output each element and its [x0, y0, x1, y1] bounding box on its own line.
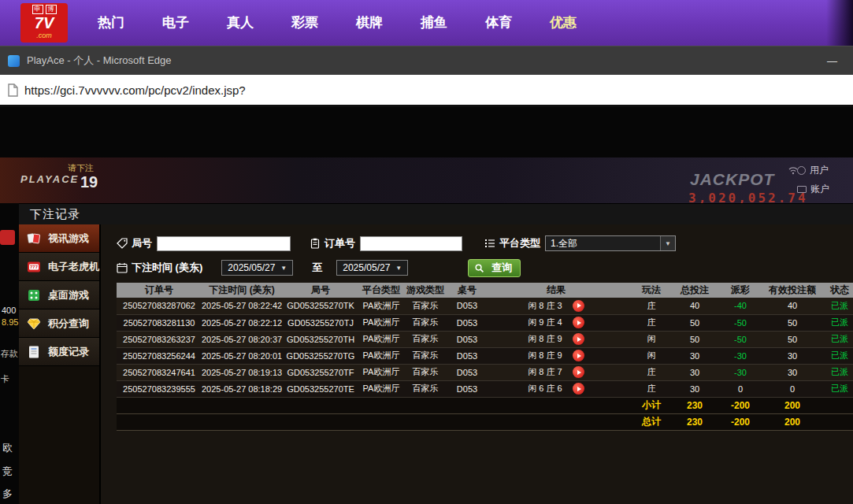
- sidebar-item-label: 桌面游戏: [48, 288, 89, 302]
- search-button[interactable]: 查询: [468, 259, 521, 277]
- cell-status: 已派: [816, 298, 853, 314]
- cell-order: 250527083287062: [117, 298, 202, 314]
- grand-total-valid: 200: [769, 413, 816, 430]
- cell-payout: -30: [712, 364, 769, 380]
- account-menu-item[interactable]: 账户: [797, 183, 829, 196]
- nav-item-promo[interactable]: 优惠: [531, 0, 595, 46]
- play-icon: [577, 370, 581, 375]
- grand-total-row: 总计 230 -200 200: [117, 413, 853, 430]
- result-text: 闲 8 庄 7: [528, 366, 562, 378]
- order-input[interactable]: [360, 236, 462, 251]
- bet-prompt-label: 请下注: [68, 162, 94, 174]
- edge-fragment-deposit: 存款: [1, 348, 18, 360]
- replay-button[interactable]: [573, 317, 584, 328]
- column-header-status: 状态: [816, 283, 853, 298]
- sidebar-item-label: 视讯游戏: [48, 232, 89, 246]
- date-from-picker[interactable]: 2025/05/27 ▼: [221, 260, 293, 276]
- cell-status: 已派: [816, 380, 853, 397]
- result-text: 闲 8 庄 9: [528, 350, 562, 361]
- cell-order: 250527083239555: [117, 380, 202, 397]
- cards-icon: [26, 231, 42, 246]
- clipboard-icon: [310, 238, 321, 249]
- page-icon: [7, 83, 19, 97]
- cell-table: D053: [447, 314, 487, 331]
- nav-item-board[interactable]: 棋牌: [337, 0, 402, 46]
- cell-result: 闲 6 庄 6: [487, 380, 625, 397]
- nav-item-electronic[interactable]: 电子: [143, 0, 208, 46]
- cell-valid: 30: [769, 364, 816, 380]
- lobby-video-strip: PLAYACE 请下注 19 JACKPOT 3,020,052.74 用户 账…: [0, 158, 853, 203]
- records-sidebar: 视讯游戏 777 电子老虎机 桌面游戏: [19, 224, 101, 504]
- sidebar-item-credit-records[interactable]: 额度记录: [19, 338, 99, 366]
- cell-table: D053: [447, 347, 487, 364]
- column-header-order: 订单号: [117, 283, 202, 298]
- edge-fragment-card: 卡: [1, 373, 9, 385]
- cell-total: 30: [677, 347, 712, 364]
- replay-button[interactable]: [573, 383, 584, 395]
- cell-time: 2025-05-27 08:22:42: [202, 298, 282, 314]
- filter-row-2: 下注时间 (美东) 2025/05/27 ▼ 至 2025/05/27 ▼: [117, 258, 853, 277]
- cell-result: 闲 8 庄 3: [487, 298, 625, 314]
- cell-round: GD053255270TK: [282, 298, 359, 314]
- cell-time: 2025-05-27 08:20:37: [202, 331, 282, 347]
- grand-total-label: 总计: [625, 413, 677, 430]
- round-input[interactable]: [157, 236, 291, 251]
- nav-item-sports[interactable]: 体育: [466, 0, 531, 46]
- cell-payout: -50: [712, 314, 769, 331]
- result-text: 闲 8 庄 9: [528, 333, 562, 345]
- date-to-value: 2025/05/27: [343, 262, 390, 273]
- sidebar-item-slots[interactable]: 777 电子老虎机: [19, 253, 99, 281]
- cell-play: 庄: [625, 364, 677, 380]
- cell-order: 250527083247641: [117, 364, 202, 380]
- jackpot-value: 3,020,052.74: [688, 191, 808, 203]
- grand-total-total: 230: [677, 413, 712, 430]
- replay-button[interactable]: [573, 300, 584, 312]
- cell-game: 百家乐: [403, 331, 447, 347]
- site-logo[interactable]: 申 博 7V .com: [20, 3, 68, 43]
- table-totals: 小计 230 -200 200 总计 230 -200 200: [117, 397, 853, 430]
- panel-header: 下注记录: [19, 204, 853, 224]
- minimize-button[interactable]: —: [819, 55, 845, 67]
- service-widget-icon: [0, 230, 15, 245]
- replay-button[interactable]: [573, 366, 584, 378]
- column-header-play: 玩法: [625, 283, 677, 298]
- date-to-picker[interactable]: 2025/05/27 ▼: [336, 260, 408, 276]
- nav-item-live[interactable]: 真人: [208, 0, 273, 46]
- cell-valid: 50: [769, 331, 816, 347]
- url-input[interactable]: [24, 83, 853, 97]
- nav-item-lottery[interactable]: 彩票: [273, 0, 337, 46]
- column-header-round: 局号: [282, 283, 359, 298]
- cell-round: GD053255270TG: [282, 347, 359, 364]
- cell-status: 已派: [816, 314, 853, 331]
- result-text: 闲 9 庄 4: [528, 317, 562, 328]
- play-icon: [577, 354, 581, 358]
- sidebar-item-points[interactable]: 积分查询: [19, 309, 99, 338]
- sidebar-item-label: 电子老虎机: [48, 260, 99, 274]
- result-text: 闲 6 庄 6: [528, 383, 562, 395]
- subtotal-payout: -200: [712, 397, 769, 413]
- cell-round: GD053255270TE: [282, 380, 359, 397]
- logo-brand: 7V: [35, 14, 54, 32]
- cell-platform: PA欧洲厅: [359, 380, 403, 397]
- sidebar-item-table-games[interactable]: 桌面游戏: [19, 281, 99, 309]
- sidebar-item-video-games[interactable]: 视讯游戏: [19, 224, 99, 253]
- cell-time: 2025-05-27 08:19:13: [202, 364, 282, 380]
- replay-button[interactable]: [573, 350, 584, 361]
- cell-status: 已派: [816, 331, 853, 347]
- replay-button[interactable]: [573, 333, 584, 345]
- platform-type-select[interactable]: 1.全部 ▼: [545, 235, 676, 251]
- magnifier-icon: [474, 263, 484, 273]
- cell-table: D053: [447, 364, 487, 380]
- search-button-label: 查询: [491, 261, 512, 275]
- column-header-game: 游戏类型: [403, 283, 447, 298]
- cell-play: 闲: [625, 347, 677, 364]
- cell-payout: -50: [712, 331, 769, 347]
- filter-row-1: 局号 订单号 平台类型 1.全部 ▼: [117, 234, 853, 253]
- user-menu-item[interactable]: 用户: [797, 164, 829, 177]
- cell-round: GD053255270TJ: [282, 314, 359, 331]
- nav-item-fishing[interactable]: 捕鱼: [402, 0, 466, 46]
- nav-item-hot[interactable]: 热门: [79, 0, 143, 46]
- cell-time: 2025-05-27 08:18:29: [202, 380, 282, 397]
- cell-order: 250527083263237: [117, 331, 202, 347]
- cell-game: 百家乐: [403, 347, 447, 364]
